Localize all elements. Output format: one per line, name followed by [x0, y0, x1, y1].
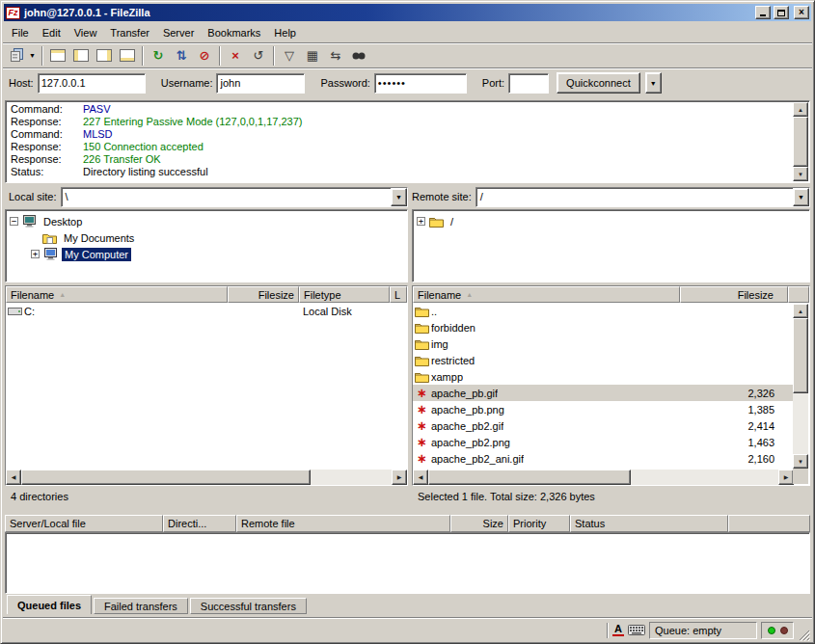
remote-site-dropdown-button[interactable]: ▼: [793, 188, 809, 206]
file-row[interactable]: xampp: [413, 368, 793, 385]
queue-column-status[interactable]: Status: [570, 515, 728, 532]
titlebar[interactable]: Fz john@127.0.0.1 - FileZilla ×: [4, 4, 811, 21]
host-input[interactable]: [38, 73, 146, 94]
tree-item-desktop[interactable]: − Desktop: [10, 213, 405, 229]
queue-column-direction[interactable]: Directi...: [163, 515, 236, 532]
menu-item-view[interactable]: View: [68, 24, 104, 41]
scroll-left-button[interactable]: ◀: [6, 470, 21, 485]
minimize-button[interactable]: [755, 6, 771, 19]
remote-hscrollbar[interactable]: ◀ ▶: [413, 470, 794, 485]
reconnect-button[interactable]: ↺: [247, 45, 270, 67]
expand-toggle[interactable]: +: [31, 250, 40, 258]
column-header-filename[interactable]: Filename▲: [413, 286, 680, 303]
image-file-icon: ∗: [413, 436, 431, 448]
local-hscrollbar[interactable]: ◀ ▶: [6, 470, 407, 485]
file-row[interactable]: forbidden: [413, 319, 793, 335]
disconnect-button[interactable]: ×: [224, 45, 247, 67]
scroll-track[interactable]: [428, 470, 778, 485]
log-vscrollbar[interactable]: ▲ ▼: [793, 102, 808, 181]
scroll-up-button[interactable]: ▲: [793, 304, 808, 318]
username-input[interactable]: [216, 73, 305, 94]
queue-column-remote-file[interactable]: Remote file: [236, 515, 450, 532]
tab-queued-files[interactable]: Queued files: [7, 595, 92, 614]
local-site-dropdown-button[interactable]: ▼: [391, 188, 407, 206]
column-header-lastmodified[interactable]: L: [390, 286, 407, 303]
expand-toggle[interactable]: +: [417, 217, 425, 226]
scroll-right-button[interactable]: ▶: [392, 470, 407, 485]
site-row: Local site: \ ▼ Remote site: / ▼: [5, 186, 810, 207]
file-row[interactable]: ∗apache_pb.png 1,385: [413, 401, 793, 417]
scroll-thumb[interactable]: [793, 318, 808, 393]
sync-browse-button[interactable]: ⇆: [324, 45, 347, 67]
message-log: Command:PASV Response:227 Entering Passi…: [5, 100, 810, 183]
local-site-combobox[interactable]: \ ▼: [61, 187, 408, 207]
tree-item-root[interactable]: + /: [417, 213, 807, 229]
file-row[interactable]: ∗apache_pb2_ani.gif 2,160: [413, 450, 793, 467]
scroll-track[interactable]: [793, 318, 808, 454]
file-row[interactable]: ∗apache_pb2.png 1,463: [413, 434, 793, 450]
scroll-track[interactable]: [21, 470, 392, 485]
queue-column-priority[interactable]: Priority: [508, 515, 570, 532]
file-row-c-drive[interactable]: C: Local Disk: [6, 303, 407, 319]
refresh-button[interactable]: ↻: [147, 45, 170, 67]
queue-column-size[interactable]: Size: [450, 515, 508, 532]
maximize-button[interactable]: [774, 6, 789, 19]
toolbar-separator: [219, 46, 221, 66]
resize-grip[interactable]: [798, 629, 810, 641]
collapse-toggle[interactable]: −: [10, 217, 18, 226]
menu-item-help[interactable]: Help: [267, 24, 303, 41]
scroll-thumb[interactable]: [21, 470, 311, 485]
scroll-right-button[interactable]: ▶: [778, 470, 794, 485]
menu-item-bookmarks[interactable]: Bookmarks: [201, 24, 267, 41]
process-queue-button[interactable]: ⇅: [170, 45, 193, 67]
scroll-down-button[interactable]: ▼: [793, 454, 808, 469]
site-manager-dropdown-button[interactable]: ▼: [26, 45, 39, 67]
tab-successful-transfers[interactable]: Successful transfers: [190, 598, 307, 614]
menu-item-server[interactable]: Server: [156, 24, 201, 41]
scroll-down-button[interactable]: ▼: [793, 167, 808, 181]
toggle-remote-tree-button[interactable]: [93, 45, 116, 67]
scroll-thumb[interactable]: [793, 117, 808, 167]
tree-item-my-documents[interactable]: My Documents: [10, 229, 405, 246]
tab-failed-transfers[interactable]: Failed transfers: [94, 598, 188, 614]
file-row[interactable]: restricted: [413, 352, 793, 368]
file-row[interactable]: img: [413, 335, 793, 352]
file-row-selected[interactable]: ∗apache_pb.gif 2,326: [413, 385, 793, 401]
scroll-left-button[interactable]: ◀: [413, 470, 428, 485]
remote-site-combobox[interactable]: / ▼: [475, 187, 810, 207]
port-input[interactable]: [508, 73, 549, 94]
local-list-body[interactable]: C: Local Disk: [6, 303, 407, 470]
column-header-filetype[interactable]: Filetype: [299, 286, 390, 303]
queue-column-server-local-file[interactable]: Server/Local file: [5, 515, 163, 532]
quickconnect-button[interactable]: Quickconnect: [557, 72, 640, 94]
menu-item-file[interactable]: File: [5, 24, 36, 41]
menu-item-edit[interactable]: Edit: [36, 24, 68, 41]
column-header-filename[interactable]: Filename▲: [6, 286, 228, 303]
remote-vscrollbar[interactable]: ▲ ▼: [793, 304, 808, 469]
close-button[interactable]: ×: [794, 6, 809, 19]
toggle-local-tree-button[interactable]: [69, 45, 93, 67]
scroll-track[interactable]: [793, 117, 808, 167]
password-input[interactable]: [374, 73, 467, 94]
quickconnect-dropdown-button[interactable]: ▼: [645, 72, 662, 94]
transfer-type-icon[interactable]: A: [612, 623, 624, 638]
column-header-filesize[interactable]: Filesize: [680, 286, 788, 303]
toggle-queue-button[interactable]: [116, 45, 139, 67]
file-row[interactable]: ∗apache_pb2.gif 2,414: [413, 417, 793, 434]
local-directory-tree[interactable]: − Desktop My Documents + My Computer: [5, 209, 408, 282]
queue-list[interactable]: [5, 532, 810, 594]
keyboard-icon[interactable]: [628, 623, 645, 638]
find-button[interactable]: [347, 45, 370, 67]
column-header-filesize[interactable]: Filesize: [228, 286, 299, 303]
file-row-updir[interactable]: ..: [413, 303, 793, 319]
remote-list-body[interactable]: .. forbidden img restricted: [413, 303, 809, 470]
tree-item-my-computer[interactable]: + My Computer: [10, 246, 405, 262]
filter-button[interactable]: ▽: [278, 45, 301, 67]
toggle-message-log-button[interactable]: [46, 45, 69, 67]
remote-directory-tree[interactable]: + /: [412, 209, 810, 282]
scroll-thumb[interactable]: [428, 470, 631, 485]
scroll-up-button[interactable]: ▲: [793, 102, 808, 117]
cancel-button[interactable]: ⊘: [193, 45, 216, 67]
compare-button[interactable]: ▦: [301, 45, 324, 67]
menu-item-transfer[interactable]: Transfer: [103, 24, 156, 41]
